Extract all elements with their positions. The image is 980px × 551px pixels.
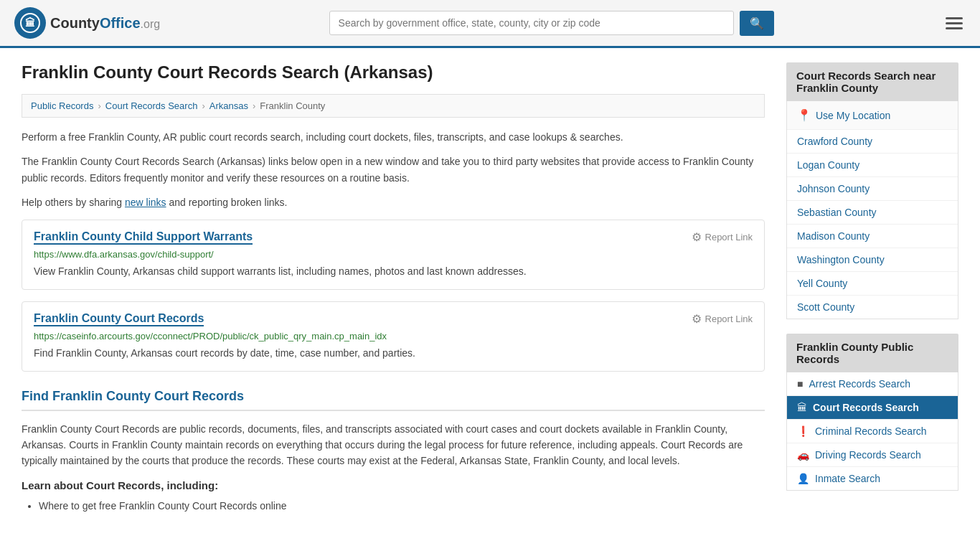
logo-text: CountyOffice.org	[50, 15, 160, 32]
breadcrumb-public-records[interactable]: Public Records	[31, 100, 93, 111]
report-link-label-0: Report Link	[705, 232, 753, 242]
report-link-button-0[interactable]: ⚙ Report Link	[692, 230, 753, 244]
county-madison: Madison County	[787, 225, 958, 248]
county-crawford-link[interactable]: Crawford County	[797, 136, 872, 147]
learn-bullet-0: Where to get free Franklin County Court …	[39, 497, 765, 515]
breadcrumb-sep: ›	[98, 100, 100, 111]
record-card-header-0: Franklin County Child Support Warrants ⚙…	[34, 230, 753, 245]
record-card-1: Franklin County Court Records ⚙ Report L…	[22, 301, 765, 372]
breadcrumb-sep: ›	[202, 100, 204, 111]
record-desc-0: View Franklin County, Arkansas child sup…	[34, 264, 753, 279]
county-crawford: Crawford County	[787, 130, 958, 154]
search-input[interactable]	[329, 11, 734, 35]
criminal-records-link[interactable]: Criminal Records Search	[815, 425, 927, 437]
logo-area: 🏛 CountyOffice.org	[14, 7, 160, 39]
record-card-header-1: Franklin County Court Records ⚙ Report L…	[34, 312, 753, 326]
county-madison-link[interactable]: Madison County	[797, 230, 870, 242]
breadcrumb-arkansas[interactable]: Arkansas	[209, 100, 248, 111]
sidebar-court-records[interactable]: 🏛 Court Records Search	[787, 396, 958, 420]
find-section-heading: Find Franklin County Court Records	[22, 389, 765, 411]
county-washington-link[interactable]: Washington County	[797, 254, 885, 265]
court-icon: 🏛	[797, 402, 807, 413]
learn-bullet-list: Where to get free Franklin County Court …	[22, 497, 765, 515]
sidebar-arrest-records[interactable]: ■ Arrest Records Search	[787, 372, 958, 396]
new-links-link[interactable]: new links	[125, 197, 166, 208]
record-title-0[interactable]: Franklin County Child Support Warrants	[34, 230, 253, 245]
description-1: Perform a free Franklin County, AR publi…	[22, 129, 765, 145]
main-container: Franklin County Court Records Search (Ar…	[0, 48, 980, 529]
county-sebastian-link[interactable]: Sebastian County	[797, 207, 877, 218]
criminal-icon: ❗	[797, 425, 809, 437]
driving-icon: 🚗	[797, 449, 809, 461]
sidebar-criminal-records[interactable]: ❗ Criminal Records Search	[787, 420, 958, 443]
public-records-list: ■ Arrest Records Search 🏛 Court Records …	[786, 372, 958, 491]
arrest-records-link[interactable]: Arrest Records Search	[809, 378, 910, 390]
public-records-section: Franklin County Public Records ■ Arrest …	[786, 334, 958, 491]
menu-button[interactable]	[943, 14, 966, 32]
pin-icon: 📍	[797, 108, 811, 122]
nearby-section-title: Court Records Search near Franklin Count…	[786, 62, 958, 101]
learn-heading: Learn about Court Records, including:	[22, 479, 765, 491]
record-desc-1: Find Franklin County, Arkansas court rec…	[34, 346, 753, 361]
description-3-suffix: and reporting broken links.	[166, 197, 288, 208]
court-records-link[interactable]: Court Records Search	[813, 402, 919, 413]
sidebar: Court Records Search near Franklin Count…	[786, 62, 958, 515]
menu-icon-line	[946, 27, 963, 29]
county-johnson: Johnson County	[787, 177, 958, 201]
sidebar-inmate-search[interactable]: 👤 Inmate Search	[787, 467, 958, 490]
description-3-prefix: Help others by sharing	[22, 197, 125, 208]
menu-icon-line	[946, 17, 963, 19]
breadcrumb-court-records-search[interactable]: Court Records Search	[105, 100, 198, 111]
menu-icon-line	[946, 22, 963, 24]
main-content: Franklin County Court Records Search (Ar…	[22, 62, 765, 515]
record-title-1[interactable]: Franklin County Court Records	[34, 312, 204, 326]
page-title: Franklin County Court Records Search (Ar…	[22, 62, 765, 83]
county-sebastian: Sebastian County	[787, 201, 958, 225]
driving-records-link[interactable]: Driving Records Search	[815, 449, 921, 461]
county-washington: Washington County	[787, 248, 958, 272]
search-area: 🔍	[329, 11, 774, 36]
sidebar-driving-records[interactable]: 🚗 Driving Records Search	[787, 443, 958, 467]
county-logan-link[interactable]: Logan County	[797, 159, 859, 171]
find-section-body: Franklin County Court Records are public…	[22, 421, 765, 469]
search-icon: 🔍	[750, 17, 764, 29]
use-location-item[interactable]: 📍 Use My Location	[787, 101, 958, 130]
county-scott: Scott County	[787, 296, 958, 319]
county-logan: Logan County	[787, 154, 958, 177]
nearby-section: Court Records Search near Franklin Count…	[786, 62, 958, 319]
use-location-link[interactable]: Use My Location	[816, 110, 890, 121]
inmate-search-link[interactable]: Inmate Search	[815, 473, 880, 484]
site-header: 🏛 CountyOffice.org 🔍	[0, 0, 980, 48]
record-url-0: https://www.dfa.arkansas.gov/child-suppo…	[34, 249, 753, 260]
report-link-label-1: Report Link	[705, 314, 753, 324]
nearby-counties-list: 📍 Use My Location Crawford County Logan …	[786, 101, 958, 319]
arrest-icon: ■	[797, 378, 803, 390]
record-url-1: https://caseinfo.arcourts.gov/cconnect/P…	[34, 331, 753, 342]
description-3: Help others by sharing new links and rep…	[22, 194, 765, 210]
breadcrumb-sep: ›	[253, 100, 255, 111]
report-link-button-1[interactable]: ⚙ Report Link	[692, 312, 753, 326]
inmate-icon: 👤	[797, 473, 809, 484]
public-records-title: Franklin County Public Records	[786, 334, 958, 372]
breadcrumb: Public Records › Court Records Search › …	[22, 94, 765, 118]
report-icon-0: ⚙	[692, 230, 702, 244]
report-icon-1: ⚙	[692, 312, 702, 326]
breadcrumb-franklin-county: Franklin County	[260, 100, 325, 111]
search-button[interactable]: 🔍	[740, 11, 774, 36]
county-johnson-link[interactable]: Johnson County	[797, 183, 870, 194]
county-scott-link[interactable]: Scott County	[797, 301, 854, 313]
county-yell-link[interactable]: Yell County	[797, 278, 847, 289]
logo-icon: 🏛	[14, 7, 46, 39]
description-2: The Franklin County Court Records Search…	[22, 154, 765, 186]
svg-text:🏛: 🏛	[25, 17, 35, 29]
record-card-0: Franklin County Child Support Warrants ⚙…	[22, 220, 765, 290]
county-yell: Yell County	[787, 272, 958, 296]
